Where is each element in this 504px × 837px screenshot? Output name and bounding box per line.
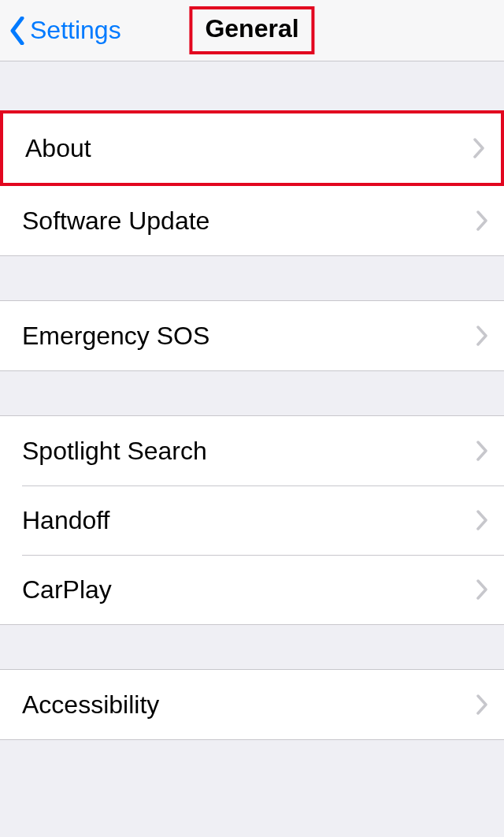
row-highlight-about: About bbox=[0, 110, 504, 186]
chevron-left-icon bbox=[9, 17, 25, 45]
row-spotlight-search[interactable]: Spotlight Search bbox=[0, 416, 504, 485]
page-title: General bbox=[205, 14, 298, 43]
row-emergency-sos[interactable]: Emergency SOS bbox=[0, 301, 504, 370]
back-button[interactable]: Settings bbox=[0, 16, 121, 45]
chevron-right-icon bbox=[476, 579, 488, 600]
row-label: Software Update bbox=[22, 206, 209, 236]
spacer bbox=[0, 61, 504, 110]
chevron-right-icon bbox=[476, 210, 488, 231]
row-software-update[interactable]: Software Update bbox=[0, 186, 504, 255]
list-group: Software Update bbox=[0, 186, 504, 256]
navbar: Settings General bbox=[0, 0, 504, 61]
row-about[interactable]: About bbox=[3, 113, 501, 183]
row-label: About bbox=[25, 134, 91, 163]
chevron-right-icon bbox=[476, 326, 488, 346]
chevron-right-icon bbox=[476, 441, 488, 461]
list-group: About bbox=[3, 113, 501, 183]
chevron-right-icon bbox=[476, 694, 488, 715]
row-label: Handoff bbox=[22, 506, 110, 535]
list-group: Emergency SOS bbox=[0, 300, 504, 371]
list-group: Spotlight Search Handoff CarPlay bbox=[0, 415, 504, 625]
back-label: Settings bbox=[30, 16, 121, 45]
row-label: Spotlight Search bbox=[22, 437, 207, 466]
list-group: Accessibility bbox=[0, 669, 504, 740]
row-handoff[interactable]: Handoff bbox=[0, 485, 504, 555]
title-highlight: General bbox=[189, 6, 314, 54]
row-label: CarPlay bbox=[22, 575, 112, 604]
row-label: Accessibility bbox=[22, 690, 159, 720]
row-carplay[interactable]: CarPlay bbox=[0, 555, 504, 624]
row-label: Emergency SOS bbox=[22, 322, 209, 351]
row-accessibility[interactable]: Accessibility bbox=[0, 670, 504, 739]
chevron-right-icon bbox=[476, 510, 488, 530]
chevron-right-icon bbox=[472, 138, 485, 158]
